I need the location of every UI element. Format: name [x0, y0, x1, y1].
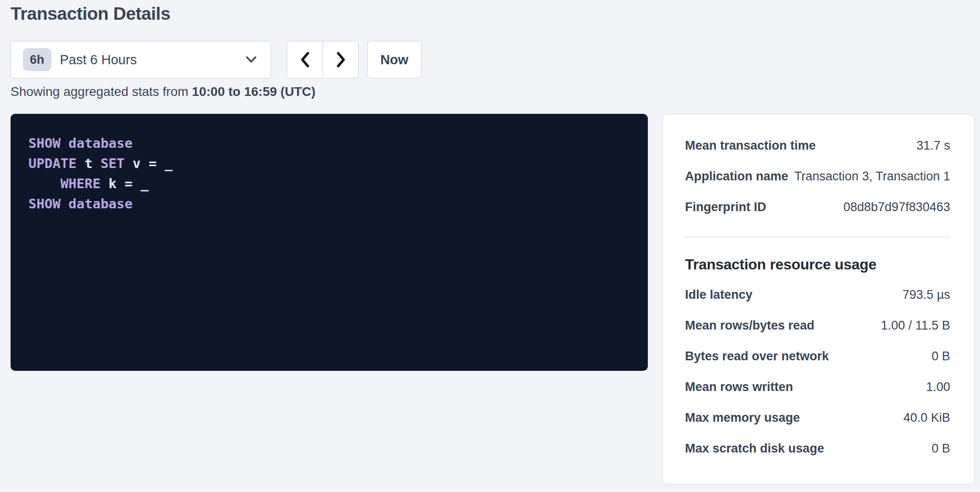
now-button[interactable]: Now — [367, 41, 422, 78]
stat-label: Fingerprint ID — [685, 200, 766, 214]
stat-value: 0 B — [931, 442, 950, 456]
stat-label: Mean transaction time — [685, 139, 816, 153]
time-range-badge: 6h — [23, 48, 51, 71]
stat-row: Idle latency793.5 µs — [685, 280, 950, 310]
stat-label: Mean rows/bytes read — [685, 319, 814, 333]
stat-row: Max scratch disk usage0 B — [685, 433, 950, 464]
sql-statement-box: SHOW database UPDATE t SET v = _ WHERE k… — [11, 114, 648, 371]
aggregation-summary: Showing aggregated stats from 10:00 to 1… — [11, 84, 316, 99]
stat-value: 08d8b7d97f830463 — [843, 200, 950, 214]
chevron-left-icon — [300, 51, 311, 68]
stat-label: Mean rows written — [685, 380, 793, 394]
stats-summary-list: Mean transaction time31.7 sApplication n… — [685, 130, 950, 223]
stat-value: 31.7 s — [916, 139, 950, 153]
stat-label: Bytes read over network — [685, 349, 829, 363]
sql-keyword: SHOW database — [28, 196, 133, 212]
sql-identifier: t — [77, 156, 100, 171]
stat-value: 793.5 µs — [902, 288, 950, 302]
aggregation-summary-range: 10:00 to 16:59 (UTC) — [192, 84, 315, 99]
chevron-right-icon — [335, 51, 346, 68]
prev-range-button[interactable] — [287, 41, 323, 78]
stat-row: Application nameTransaction 3, Transacti… — [685, 161, 950, 192]
stat-value: 1.00 — [926, 380, 950, 394]
stat-value: Transaction 3, Transaction 1 — [794, 169, 950, 184]
time-range-dropdown[interactable]: 6h Past 6 Hours — [11, 41, 271, 78]
stat-label: Max memory usage — [685, 411, 800, 425]
resource-usage-heading: Transaction resource usage — [685, 256, 950, 273]
stat-label: Max scratch disk usage — [685, 442, 824, 456]
stat-label: Application name — [685, 169, 788, 184]
resource-usage-list: Idle latency793.5 µsMean rows/bytes read… — [685, 280, 950, 464]
stat-value: 1.00 / 11.5 B — [881, 319, 950, 333]
page-title: Transaction Details — [11, 4, 170, 24]
next-range-button[interactable] — [323, 41, 358, 78]
stat-label: Idle latency — [685, 288, 752, 302]
stat-row: Fingerprint ID08d8b7d97f830463 — [685, 192, 950, 223]
aggregation-summary-prefix: Showing aggregated stats from — [11, 84, 192, 99]
stat-row: Max memory usage40.0 KiB — [685, 403, 950, 433]
chevron-down-icon — [245, 56, 257, 64]
divider — [685, 236, 950, 237]
transaction-stats-panel: Mean transaction time31.7 sApplication n… — [663, 114, 974, 484]
sql-keyword: SHOW database — [28, 135, 133, 151]
sql-keyword: WHERE — [61, 176, 100, 191]
sql-identifier: k = _ — [100, 176, 149, 191]
stat-row: Mean rows written1.00 — [685, 372, 950, 403]
sql-keyword: UPDATE — [28, 156, 77, 171]
sql-identifier — [28, 176, 61, 191]
time-range-pager — [287, 41, 359, 78]
sql-statement-text: SHOW database UPDATE t SET v = _ WHERE k… — [28, 133, 634, 214]
time-range-label: Past 6 Hours — [60, 52, 137, 67]
stat-row: Mean rows/bytes read1.00 / 11.5 B — [685, 310, 950, 341]
sql-keyword: SET — [100, 156, 124, 171]
stat-row: Mean transaction time31.7 s — [685, 130, 950, 161]
stat-value: 40.0 KiB — [903, 411, 950, 425]
stat-row: Bytes read over network0 B — [685, 341, 950, 372]
time-controls: 6h Past 6 Hours Now — [11, 41, 422, 78]
stat-value: 0 B — [931, 349, 950, 363]
sql-identifier: v = _ — [125, 156, 173, 171]
